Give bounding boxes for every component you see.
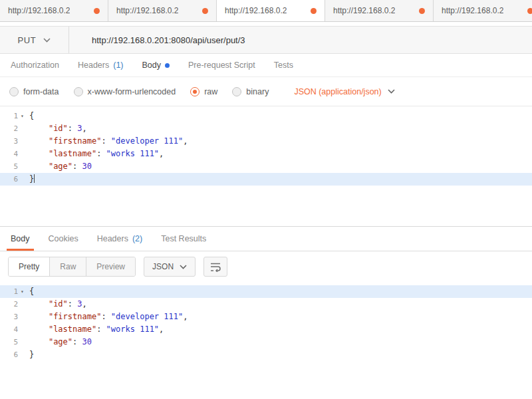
code-line[interactable]: 4 "lastname": "works 111", [0,148,532,160]
radio-icon [74,87,83,96]
tab-title: http://192.168.0.2 [225,6,287,15]
tab-test-results[interactable]: Test Results [152,227,215,251]
request-tab-1[interactable]: http://192.168.0.2 [0,0,108,21]
fold-arrow-icon[interactable]: ▾ [18,285,27,298]
tab-label: Authorization [11,61,59,70]
tab-headers[interactable]: Headers (1) [68,54,133,76]
line-number: 2 [0,122,27,135]
code-line[interactable]: 6} [0,348,532,361]
code-line[interactable]: 1▾{ [0,285,532,298]
fold-arrow-icon[interactable]: ▾ [18,110,27,122]
tab-response-headers[interactable]: Headers (2) [88,227,152,251]
body-type-row: form-data x-www-form-urlencoded raw bina… [0,77,532,106]
request-tab-5[interactable]: http://192.168.0.2 [434,0,532,21]
headers-count-badge: (2) [132,234,142,243]
content-type-selector[interactable]: JSON (application/json) [294,87,394,96]
code-line[interactable]: 5 "age": 30 [0,336,532,348]
code-text: "lastname": "works 111", [27,148,164,160]
code-text: "age": 30 [27,160,92,173]
pretty-button[interactable]: Pretty [9,257,50,276]
code-text: "firstname": "developer 111", [27,311,188,323]
chevron-down-icon [43,38,51,43]
headers-count-badge: (1) [113,61,123,70]
code-text: { [27,110,34,122]
tab-pre-request-script[interactable]: Pre-request Script [179,54,265,76]
body-type-form-data[interactable]: form-data [9,87,59,96]
response-toolbar: Pretty Raw Preview JSON [0,251,532,282]
line-number: 6 [0,348,27,361]
body-type-raw-selected[interactable]: raw [190,87,217,96]
tab-label: Headers [97,234,128,243]
request-tab-3-active[interactable]: http://192.168.0.2 [217,0,325,21]
code-text: "lastname": "works 111", [27,323,164,336]
tab-label: Body [11,234,30,243]
line-number: 5 [0,160,27,173]
raw-button[interactable]: Raw [50,257,86,276]
request-url-bar: PUT http://192.168.0.201:8080/api/user/p… [0,26,532,54]
url-input[interactable]: http://192.168.0.201:8080/api/user/put/3 [69,27,532,53]
code-line[interactable]: 5 "age": 30 [0,160,532,173]
chevron-down-icon [388,89,395,94]
tab-label: Headers [78,61,109,70]
unsaved-dot-icon [94,8,100,14]
line-number: 1▾ [0,285,27,298]
request-tab-2[interactable]: http://192.168.0.2 [108,0,217,21]
method-selector[interactable]: PUT [0,27,69,53]
content-type-label: JSON (application/json) [294,87,381,96]
request-tab-4[interactable]: http://192.168.0.2 [325,0,434,21]
response-format-selector[interactable]: JSON [144,257,196,277]
code-line[interactable]: 3 "firstname": "developer 111", [0,311,532,323]
tab-tests[interactable]: Tests [265,54,303,76]
text-caret [34,174,35,183]
body-type-urlencoded[interactable]: x-www-form-urlencoded [74,87,176,96]
code-text: "id": 3, [27,298,87,311]
view-mode-group: Pretty Raw Preview [8,257,136,277]
tab-title: http://192.168.0.2 [442,6,503,15]
unsaved-dot-icon [527,8,532,14]
radio-label: binary [246,87,269,96]
tab-body[interactable]: Body [133,54,180,76]
tab-label: Test Results [161,234,206,243]
tab-authorization[interactable]: Authorization [1,54,68,76]
line-number: 5 [0,336,27,348]
unsaved-dot-icon [311,8,317,14]
tab-title: http://192.168.0.2 [116,6,178,15]
chevron-down-icon [180,265,187,269]
tab-title: http://192.168.0.2 [333,6,395,15]
preview-button[interactable]: Preview [86,257,135,276]
response-body-editor[interactable]: 1▾{2 "id": 3,3 "firstname": "developer 1… [0,282,532,399]
code-line[interactable]: 1▾{ [0,110,532,122]
code-text: } [27,348,34,361]
wrap-text-button[interactable] [203,257,227,277]
unsaved-dot-icon [419,8,425,14]
code-line[interactable]: 6} [0,173,532,186]
code-line[interactable]: 3 "firstname": "developer 111", [0,135,532,148]
code-line[interactable]: 2 "id": 3, [0,122,532,135]
tab-title: http://192.168.0.2 [8,6,70,15]
code-text: { [27,285,34,298]
format-label: JSON [152,262,174,271]
method-label: PUT [18,35,37,45]
code-line[interactable]: 2 "id": 3, [0,298,532,311]
line-number: 2 [0,298,27,311]
radio-selected-icon [190,87,200,96]
code-text: "age": 30 [27,336,92,348]
tab-label: Pre-request Script [188,61,255,70]
code-text: "id": 3, [27,122,87,135]
response-tabs: Body Cookies Headers (2) Test Results [0,227,532,251]
request-body-editor[interactable]: 1▾{2 "id": 3,3 "firstname": "developer 1… [0,106,532,227]
postman-app: http://192.168.0.2 http://192.168.0.2 ht… [0,0,532,399]
tab-cookies[interactable]: Cookies [39,227,88,251]
body-type-binary[interactable]: binary [232,87,269,96]
tab-response-body[interactable]: Body [1,227,39,251]
radio-label: form-data [23,87,59,96]
body-active-dot-icon [165,63,170,68]
line-number: 3 [0,311,27,323]
line-number: 4 [0,323,27,336]
tab-label: Tests [274,61,293,70]
radio-icon [232,87,241,96]
line-number: 6 [0,173,27,186]
radio-icon [9,87,19,96]
request-tabs: Authorization Headers (1) Body Pre-reque… [0,54,532,77]
code-line[interactable]: 4 "lastname": "works 111", [0,323,532,336]
